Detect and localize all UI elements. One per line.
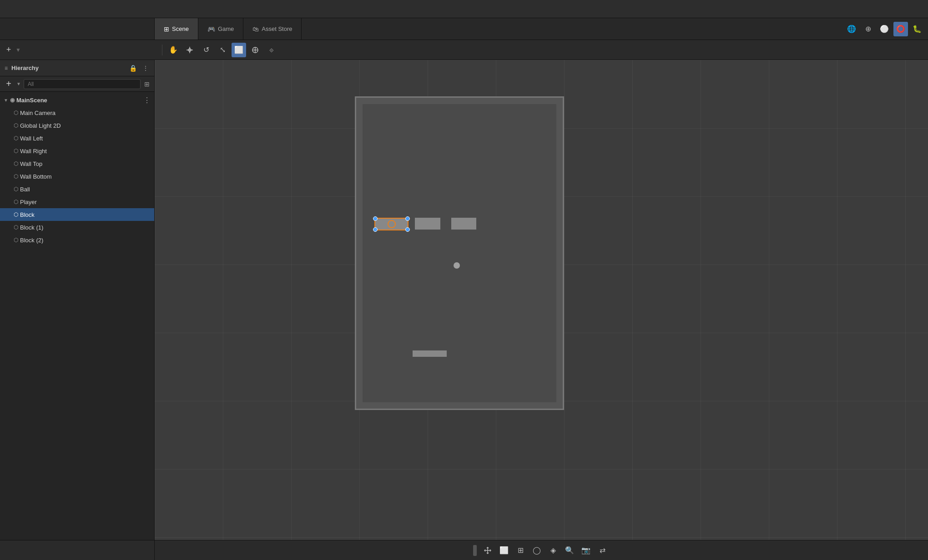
bottom-move-btn[interactable] <box>480 543 495 558</box>
wall-right-icon: ⬡ <box>14 148 18 154</box>
bottom-bar-separator <box>473 545 477 556</box>
block-selected[interactable] <box>374 218 409 230</box>
ball-label: Ball <box>20 186 154 193</box>
bottom-rect-btn[interactable]: ⬜ <box>497 543 511 558</box>
handle-top-left[interactable] <box>373 216 378 221</box>
hierarchy-search-input[interactable] <box>24 79 141 89</box>
hierarchy-scene-root[interactable]: ▼ ◉ MainScene ⋮ <box>0 94 154 106</box>
ball-icon: ⬡ <box>14 186 18 192</box>
scene-toolbar: + ▼ ✋ ↺ ⤡ ⬜ ⟐ <box>0 40 928 60</box>
wall-top-icon: ⬡ <box>14 160 18 167</box>
layers-icon[interactable]: ⊕ <box>861 22 875 36</box>
wall-top-label: Wall Top <box>20 160 154 167</box>
bottom-search-btn[interactable]: 🔍 <box>562 543 577 558</box>
hierarchy-item-block-1[interactable]: ⬡ Block (1) <box>0 221 154 234</box>
tab-game-label: Game <box>218 25 234 32</box>
scene-name: MainScene <box>16 97 141 104</box>
block-2-icon: ⬡ <box>14 237 18 243</box>
hierarchy-header-icons: 🔒 ⋮ <box>128 64 150 73</box>
hierarchy-header-left: ≡ Hierarchy <box>5 65 39 71</box>
hierarchy-item-wall-bottom[interactable]: ⬡ Wall Bottom <box>0 170 154 183</box>
wall-left-label: Wall Left <box>20 135 154 142</box>
transform-icon <box>252 46 259 54</box>
main-camera-label: Main Camera <box>20 110 154 116</box>
bottom-shuffle-btn[interactable]: ⇄ <box>595 543 610 558</box>
ball-scene <box>454 262 460 269</box>
circle-outline-icon[interactable]: ⭕ <box>893 22 908 36</box>
search-filter-btn[interactable]: ⊞ <box>143 80 151 89</box>
block-label: Block <box>20 211 154 218</box>
block-1-label: Block (1) <box>20 224 154 231</box>
tab-scene-label: Scene <box>172 25 189 32</box>
scene-canvas <box>155 60 928 560</box>
wall-right-label: Wall Right <box>20 148 154 155</box>
globe-2d-icon[interactable]: 🌐 <box>844 22 859 36</box>
hierarchy-more-btn[interactable]: ⋮ <box>141 64 150 73</box>
block-icon: ⬡ <box>14 211 18 218</box>
main-layout: ≡ Hierarchy 🔒 ⋮ + ▼ ⊞ ▼ ◉ MainScene ⋮ <box>0 60 928 560</box>
hierarchy-item-block-2[interactable]: ⬡ Block (2) <box>0 234 154 246</box>
sphere-icon[interactable]: ⚪ <box>877 22 892 36</box>
handle-center[interactable] <box>388 220 396 228</box>
top-bar <box>0 0 928 18</box>
block-2-scene <box>415 218 440 230</box>
toolbar-separator-1 <box>162 45 162 55</box>
handle-bottom-left[interactable] <box>373 227 378 232</box>
bottom-move-icon <box>484 547 491 554</box>
hierarchy-item-player[interactable]: ⬡ Player <box>0 195 154 208</box>
wall-left-icon: ⬡ <box>14 135 18 141</box>
store-icon: 🛍 <box>252 25 259 33</box>
hierarchy-item-wall-top[interactable]: ⬡ Wall Top <box>0 157 154 170</box>
tab-bar: ⊞ Scene 🎮 Game 🛍 Asset Store 🌐 ⊕ ⚪ ⭕ 🐛 <box>0 18 928 40</box>
hierarchy-item-wall-right[interactable]: ⬡ Wall Right <box>0 145 154 157</box>
custom-tool-btn[interactable]: ⟐ <box>264 43 279 57</box>
hierarchy-title: Hierarchy <box>11 65 39 71</box>
block-1-icon: ⬡ <box>14 224 18 230</box>
hierarchy-item-global-light[interactable]: ⬡ Global Light 2D <box>0 119 154 132</box>
hierarchy-item-block[interactable]: ⬡ Block <box>0 208 154 221</box>
tab-asset-store[interactable]: 🛍 Asset Store <box>243 18 302 40</box>
move-icon <box>186 46 193 54</box>
block-3-scene <box>451 218 476 230</box>
scene-view[interactable]: ⬜ ⊞ ◯ ◈ 🔍 📷 ⇄ <box>155 60 928 560</box>
transform-tool-btn[interactable] <box>248 43 262 57</box>
handle-bottom-right[interactable] <box>405 227 410 232</box>
scene-icon: ◉ <box>10 97 15 103</box>
hierarchy-item-main-camera[interactable]: ⬡ Main Camera <box>0 106 154 119</box>
rect-tool-btn[interactable]: ⬜ <box>232 43 246 57</box>
bug-icon[interactable]: 🐛 <box>910 22 924 36</box>
tab-game[interactable]: 🎮 Game <box>198 18 243 40</box>
add-hierarchy-btn[interactable]: + <box>4 45 14 55</box>
scene-grid-icon: ⊞ <box>164 25 169 33</box>
hierarchy-bottom <box>0 540 154 560</box>
bottom-camera-btn[interactable]: 📷 <box>579 543 593 558</box>
game-icon: 🎮 <box>207 25 215 33</box>
hierarchy-add-btn[interactable]: + <box>4 79 14 89</box>
tab-asset-label: Asset Store <box>262 25 292 32</box>
player-label: Player <box>20 199 154 205</box>
hierarchy-item-wall-left[interactable]: ⬡ Wall Left <box>0 132 154 145</box>
bottom-circle-btn[interactable]: ◯ <box>530 543 544 558</box>
bottom-grid-btn[interactable]: ⊞ <box>513 543 528 558</box>
scale-tool-btn[interactable]: ⤡ <box>215 43 230 57</box>
wall-bottom-icon: ⬡ <box>14 173 18 180</box>
hierarchy-header: ≡ Hierarchy 🔒 ⋮ <box>0 60 154 76</box>
rotate-tool-btn[interactable]: ↺ <box>199 43 213 57</box>
light-icon: ⬡ <box>14 122 18 129</box>
tab-scene[interactable]: ⊞ Scene <box>155 18 198 40</box>
lock-btn[interactable]: 🔒 <box>128 64 138 73</box>
hand-tool-btn[interactable]: ✋ <box>166 43 181 57</box>
scene-menu-btn[interactable]: ⋮ <box>143 96 151 105</box>
scene-bottom-bar: ⬜ ⊞ ◯ ◈ 🔍 📷 ⇄ <box>155 540 928 560</box>
expand-arrow-scene: ▼ <box>4 98 8 103</box>
bottom-diamond-btn[interactable]: ◈ <box>546 543 560 558</box>
handle-top-right[interactable] <box>405 216 410 221</box>
hierarchy-panel: ≡ Hierarchy 🔒 ⋮ + ▼ ⊞ ▼ ◉ MainScene ⋮ <box>0 60 155 560</box>
hierarchy-content: ▼ ◉ MainScene ⋮ ⬡ Main Camera ⬡ Global L… <box>0 92 154 540</box>
camera-icon: ⬡ <box>14 110 18 116</box>
global-light-label: Global Light 2D <box>20 122 154 129</box>
move-tool-btn[interactable] <box>182 43 197 57</box>
hierarchy-item-ball[interactable]: ⬡ Ball <box>0 183 154 195</box>
game-viewport <box>355 96 564 410</box>
hierarchy-menu-icon: ≡ <box>5 65 8 71</box>
